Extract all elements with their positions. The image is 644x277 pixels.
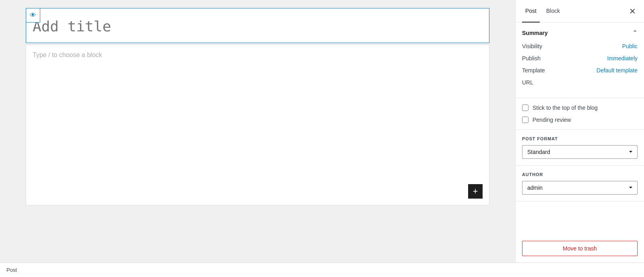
title-input[interactable]	[26, 8, 489, 41]
plus-icon: +	[473, 187, 478, 196]
move-to-trash-button[interactable]: Move to trash	[522, 241, 638, 256]
view-toggle-button[interactable]: 👁	[26, 8, 40, 23]
status-label: Post	[6, 267, 17, 273]
add-block-button[interactable]: +	[468, 184, 483, 199]
editor-canvas: 👁 Type / to choose a block +	[26, 8, 489, 205]
publish-row: Publish Immediately	[522, 55, 638, 62]
tab-post[interactable]: Post	[522, 0, 540, 23]
eye-icon: 👁	[30, 12, 36, 19]
editor-main: 👁 Type / to choose a block +	[0, 0, 515, 263]
url-row: URL	[522, 79, 638, 86]
visibility-row: Visibility Public	[522, 43, 638, 49]
content-placeholder: Type / to choose a block	[33, 51, 102, 58]
stick-to-top-row: Stick to the top of the blog	[522, 105, 638, 111]
sidebar-header: Post Block ✕	[516, 0, 644, 23]
pending-review-row: Pending review	[522, 117, 638, 123]
trash-area: Move to trash	[516, 234, 644, 263]
author-area: AUTHOR admin	[516, 166, 644, 201]
pending-review-checkbox[interactable]	[522, 117, 528, 123]
sidebar: Post Block ✕ Summary ⌃ Visibility Public…	[515, 0, 644, 263]
template-row: Template Default template	[522, 67, 638, 74]
post-format-area: POST FORMAT Standard Aside Chat Gallery …	[516, 130, 644, 166]
summary-header: Summary ⌃	[522, 29, 638, 37]
checkbox-area: Stick to the top of the blog Pending rev…	[516, 98, 644, 130]
summary-title: Summary	[522, 30, 548, 36]
visibility-value[interactable]: Public	[622, 43, 638, 49]
url-label: URL	[522, 79, 533, 86]
author-select[interactable]: admin	[522, 181, 638, 195]
stick-to-top-checkbox[interactable]	[522, 105, 528, 111]
publish-value[interactable]: Immediately	[607, 55, 638, 62]
title-block: 👁	[26, 8, 489, 43]
tab-block[interactable]: Block	[543, 0, 563, 23]
close-sidebar-button[interactable]: ✕	[627, 6, 638, 17]
summary-collapse-button[interactable]: ⌃	[632, 29, 638, 37]
post-format-label: POST FORMAT	[522, 136, 638, 141]
summary-section: Summary ⌃ Visibility Public Publish Imme…	[516, 23, 644, 98]
stick-to-top-label: Stick to the top of the blog	[533, 105, 598, 111]
author-label: AUTHOR	[522, 172, 638, 177]
publish-label: Publish	[522, 55, 541, 62]
post-format-select[interactable]: Standard Aside Chat Gallery Link Image Q…	[522, 145, 638, 159]
pending-review-label: Pending review	[533, 117, 571, 123]
template-value[interactable]: Default template	[597, 67, 638, 74]
content-area[interactable]: Type / to choose a block +	[26, 45, 489, 205]
status-bar: Post	[0, 263, 644, 277]
template-label: Template	[522, 67, 545, 74]
visibility-label: Visibility	[522, 43, 542, 49]
